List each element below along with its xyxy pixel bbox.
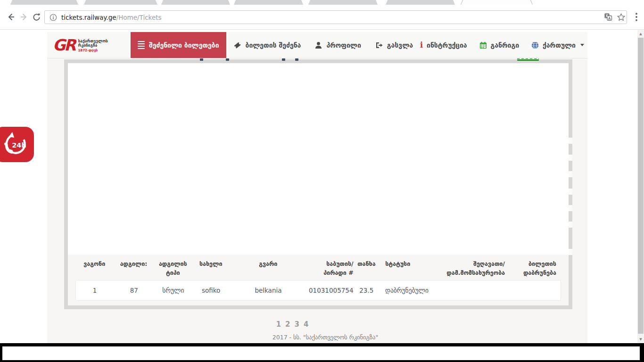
- reload-icon: [32, 13, 41, 22]
- calendar-icon: [479, 41, 487, 49]
- menu-item-profile[interactable]: პროფილი: [308, 32, 368, 58]
- cell-seat: 87: [114, 287, 154, 294]
- forward-icon: [19, 12, 29, 22]
- tickets-table-section: ვაგონი ადგილი: ადგილისტიპი სახელი გვარი …: [68, 255, 569, 305]
- back-icon: [6, 12, 16, 22]
- url-text: tickets.railway.ge/Home/Tickets: [61, 14, 162, 21]
- bottom-black-frame: [0, 343, 644, 362]
- col-header-last-name: გვარი: [230, 258, 306, 268]
- menu-item-logout[interactable]: გასვლა: [368, 32, 420, 58]
- col-header-wagon: ვაგონი: [75, 258, 113, 268]
- cell-seat-type: სრული: [154, 287, 192, 294]
- scroll-down-icon[interactable]: ▼: [637, 336, 644, 343]
- menu-item-schedule[interactable]: განრიგი: [479, 41, 519, 49]
- col-header-amount: თანხა: [354, 258, 380, 268]
- tickets-table: ვაგონი ადგილი: ადგილისტიპი სახელი გვარი …: [75, 258, 561, 305]
- support-24h-badge[interactable]: 24h: [0, 127, 34, 162]
- cell-wagon: 1: [76, 287, 114, 294]
- content-panel: ვაგონი ადგილი: ადგილისტიპი სახელი გვარი …: [64, 59, 572, 309]
- page-info-icon[interactable]: [50, 14, 57, 21]
- bookmark-star-icon: [617, 13, 626, 22]
- main-menu: შეძენილი ბილეთები ბილეთის შეძენა პროფილი: [131, 32, 420, 58]
- logo-line2: რკინიგზა: [78, 43, 108, 48]
- cell-last-name: belkania: [230, 287, 306, 294]
- chevron-down-icon: [580, 44, 584, 46]
- scrollbar-thumb[interactable]: [638, 38, 644, 334]
- globe-icon: [531, 41, 539, 49]
- pagination: 1 2 3 4: [264, 320, 321, 329]
- cell-amount: 23.5: [354, 287, 380, 294]
- table-row[interactable]: 1 87 სრული sofiko belkania 01031005754 2…: [75, 280, 561, 301]
- bookmark-button[interactable]: [614, 10, 627, 24]
- page-link-4[interactable]: 4: [304, 320, 308, 329]
- site-logo[interactable]: GR საქართველოს რკინიგზა 1872-დღეს: [47, 32, 115, 58]
- col-header-document-id: საბუთის/პირადი #: [306, 258, 354, 278]
- ticket-icon: [233, 41, 241, 49]
- cell-status: დაბრუნებული: [380, 287, 437, 294]
- page-link-3[interactable]: 3: [295, 320, 299, 329]
- col-header-ticket-return: ბილეთისდაბრუნება: [505, 258, 561, 278]
- menu-dots-icon: [636, 13, 637, 21]
- browser-tab-strip: [0, 0, 644, 5]
- cell-document-id: 01031005754: [306, 287, 353, 294]
- gr-logo: GR: [53, 37, 75, 53]
- info-icon: i: [420, 41, 423, 49]
- svg-text:24h: 24h: [12, 141, 26, 148]
- phone-24h-icon: 24h: [0, 131, 30, 159]
- translate-button[interactable]: [602, 10, 615, 24]
- col-header-status: სტატუსი: [380, 258, 437, 268]
- site-navbar: GR საქართველოს რკინიგზა 1872-დღეს შეძენი…: [47, 32, 587, 58]
- cell-first-name: sofiko: [192, 287, 230, 294]
- menu-item-instruction[interactable]: i ინსტრუქცია: [420, 41, 467, 49]
- address-bar[interactable]: tickets.railway.ge/Home/Tickets: [44, 10, 627, 24]
- back-button[interactable]: [4, 10, 18, 24]
- browser-toolbar: tickets.railway.ge/Home/Tickets: [0, 5, 644, 30]
- browser-tab[interactable]: [386, 0, 455, 5]
- menu-item-buy-ticket[interactable]: ბილეთის შეძენა: [226, 32, 308, 58]
- logout-icon: [375, 41, 383, 49]
- user-icon: [315, 41, 322, 49]
- col-header-seat-type: ადგილისტიპი: [154, 258, 192, 278]
- language-selector[interactable]: ქართული: [531, 41, 584, 49]
- browser-tab[interactable]: [308, 0, 378, 5]
- col-header-first-name: სახელი: [192, 258, 230, 268]
- translate-icon: [604, 13, 612, 21]
- footer-copyright: 2017 - სს. "საქართველოს რკინიგზა": [55, 334, 595, 341]
- col-header-discount-service: შეღავათი/დამ.მომსახურეობა: [437, 258, 505, 278]
- table-header-row: ვაგონი ადგილი: ადგილისტიპი სახელი გვარი …: [75, 258, 561, 278]
- browser-scrollbar[interactable]: ▲ ▼: [637, 30, 644, 343]
- reload-button[interactable]: [29, 10, 43, 24]
- list-icon: [138, 41, 145, 49]
- browser-tab-active[interactable]: [461, 0, 533, 5]
- navbar-right-group: i ინსტრუქცია განრიგი: [420, 32, 592, 58]
- page-link-2[interactable]: 2: [285, 320, 290, 329]
- browser-tab[interactable]: [234, 0, 303, 5]
- browser-tab[interactable]: [161, 0, 230, 5]
- browser-menu-button[interactable]: [630, 10, 643, 24]
- browser-tab[interactable]: [84, 0, 157, 5]
- menu-item-purchased-tickets[interactable]: შეძენილი ბილეთები: [131, 32, 226, 58]
- col-header-seat: ადგილი:: [113, 258, 154, 268]
- page-link-1[interactable]: 1: [276, 320, 281, 329]
- browser-tab[interactable]: [10, 0, 78, 5]
- logo-years: 1872-დღეს: [78, 49, 108, 53]
- scroll-up-icon[interactable]: ▲: [637, 30, 644, 37]
